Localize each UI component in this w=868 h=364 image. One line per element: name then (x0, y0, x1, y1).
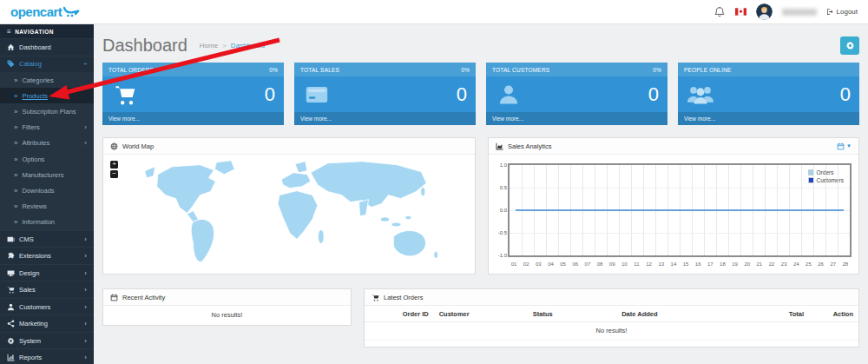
x-tick-label: 07 (582, 259, 594, 269)
tile-value: 0 (457, 83, 467, 106)
world-map-panel: World Map + − (102, 137, 476, 275)
sidebar-subitem-label: Attributes (22, 139, 80, 147)
column-header-customer: Customer (434, 306, 528, 322)
tile-body: 0 (102, 76, 284, 112)
column-header-total: Total (730, 306, 809, 322)
gear-icon (7, 337, 15, 345)
sidebar-item-sales[interactable]: Sales› (0, 281, 94, 298)
recent-activity-empty: No results! (103, 306, 351, 325)
x-tick-label: 28 (839, 259, 852, 269)
sidebar-subitem-information[interactable]: »Information (0, 215, 94, 230)
sales-analytics-chart: 1.00.50.0-0.5-1.0 OrdersCustomers 010203… (508, 162, 852, 269)
avatar[interactable] (756, 3, 773, 20)
stat-tile-total-orders: TOTAL ORDERS0%0View more... (102, 63, 284, 125)
sidebar-subitem-filters[interactable]: »Filters› (0, 120, 94, 136)
chevron-right-icon: › (84, 303, 87, 311)
x-tick-label: 03 (532, 259, 544, 269)
panels-row-2: World Map + − (102, 137, 859, 275)
view-more-link[interactable]: View more... (678, 112, 859, 125)
sidebar-subitem-categories[interactable]: »Categories (0, 72, 94, 88)
sidebar-item-label: Extensions (19, 252, 80, 260)
bell-icon[interactable] (713, 6, 726, 18)
double-angle-icon: » (14, 202, 17, 210)
logout-label: Logout (837, 8, 858, 16)
opencart-logo[interactable]: opencart (10, 4, 81, 19)
sales-analytics-title: Sales Analytics (508, 142, 551, 150)
x-tick-label: 04 (544, 259, 556, 269)
x-tick-label: 05 (557, 259, 569, 269)
sidebar-subitem-reviews[interactable]: »Reviews (0, 199, 94, 215)
y-tick-label: 1.0 (500, 162, 507, 168)
sidebar-item-marketing[interactable]: Marketing› (0, 314, 94, 332)
world-map[interactable]: + − (103, 155, 475, 274)
view-more-link[interactable]: View more... (486, 112, 667, 125)
column-header-order-id: Order ID (365, 306, 434, 322)
calendar-icon (110, 294, 118, 301)
sidebar-subitem-subscription-plans[interactable]: »Subscription Plans (0, 103, 94, 119)
breadcrumb-home[interactable]: Home (200, 42, 218, 50)
sidebar-item-design[interactable]: Design› (0, 264, 94, 281)
sign-out-icon (826, 8, 834, 16)
sidebar-item-label: System (19, 337, 80, 345)
sidebar-item-customers[interactable]: Customers› (0, 298, 94, 315)
sidebar-item-system[interactable]: System› (0, 332, 94, 349)
breadcrumb-current[interactable]: Dashboard (231, 42, 265, 50)
chart-range-dropdown[interactable]: ▼ (837, 142, 852, 150)
sidebar-subitem-attributes[interactable]: »Attributes› (0, 136, 94, 151)
tile-label: TOTAL ORDERS (108, 67, 154, 73)
monitor-icon (7, 269, 15, 277)
sidebar-subitem-label: Reviews (22, 202, 87, 210)
sidebar-subitem-downloads[interactable]: »Downloads (0, 182, 94, 198)
sidebar-item-label: Design (19, 269, 80, 277)
home-icon (7, 43, 15, 51)
sidebar-item-catalog[interactable]: Catalog› (0, 56, 94, 73)
x-tick-label: 01 (508, 259, 520, 269)
language-flag-icon[interactable] (735, 8, 746, 16)
globe-icon (110, 142, 118, 150)
sidebar-item-label: CMS (19, 235, 80, 243)
zoom-in-button[interactable]: + (110, 161, 118, 169)
topbar-right: Logout (713, 3, 858, 20)
page-header: Dashboard Home > Dashboard (102, 30, 859, 61)
sidebar-item-reports[interactable]: Reports› (0, 348, 94, 364)
chart-series (510, 165, 850, 255)
chevron-right-icon: › (84, 123, 87, 131)
world-map-title: World Map (122, 142, 154, 150)
sidebar-subitem-label: Subscription Plans (22, 108, 87, 116)
sidebar-item-extensions[interactable]: Extensions› (0, 247, 94, 264)
view-more-link[interactable]: View more... (102, 112, 284, 125)
chevron-down-icon: › (82, 63, 89, 65)
sidebar-item-dashboard[interactable]: Dashboard (0, 38, 94, 56)
sidebar-subitem-options[interactable]: »Options (0, 151, 94, 167)
sidebar-item-cms[interactable]: CMS› (0, 230, 94, 248)
x-tick-label: 15 (680, 259, 692, 269)
column-header-status: Status (528, 306, 616, 322)
x-tick-label: 21 (753, 259, 766, 269)
logout-button[interactable]: Logout (826, 8, 858, 16)
recent-activity-header: Recent Activity (103, 289, 351, 306)
calendar-icon (837, 142, 845, 150)
sidebar-subitem-label: Information (22, 218, 87, 226)
y-tick-label: 0.0 (500, 208, 507, 213)
x-tick-label: 09 (606, 259, 618, 269)
zoom-out-button[interactable]: − (110, 170, 118, 178)
x-tick-label: 14 (667, 259, 680, 269)
dashboard-settings-button[interactable] (840, 36, 859, 55)
recent-activity-panel: Recent Activity No results! (102, 288, 352, 326)
share-icon (7, 320, 15, 328)
tile-body: 0 (678, 76, 859, 112)
logo-text: opencart (10, 4, 62, 19)
username-redacted (782, 9, 817, 16)
sidebar-subitem-products[interactable]: »Products (0, 88, 94, 103)
x-tick-label: 26 (815, 259, 827, 269)
sidebar-subitem-label: Options (22, 156, 87, 163)
sidebar-item-label: Customers (19, 303, 80, 311)
opencart-admin: opencart Logout (0, 0, 868, 364)
stat-tile-people-online: PEOPLE ONLINE0View more... (678, 63, 859, 125)
chevron-right-icon: › (84, 269, 87, 277)
double-angle-icon: » (14, 218, 17, 226)
sidebar-subitem-manufacturers[interactable]: »Manufacturers (0, 167, 94, 182)
view-more-link[interactable]: View more... (294, 112, 476, 125)
y-tick-label: 0.5 (500, 185, 507, 190)
x-tick-label: 20 (741, 259, 753, 269)
